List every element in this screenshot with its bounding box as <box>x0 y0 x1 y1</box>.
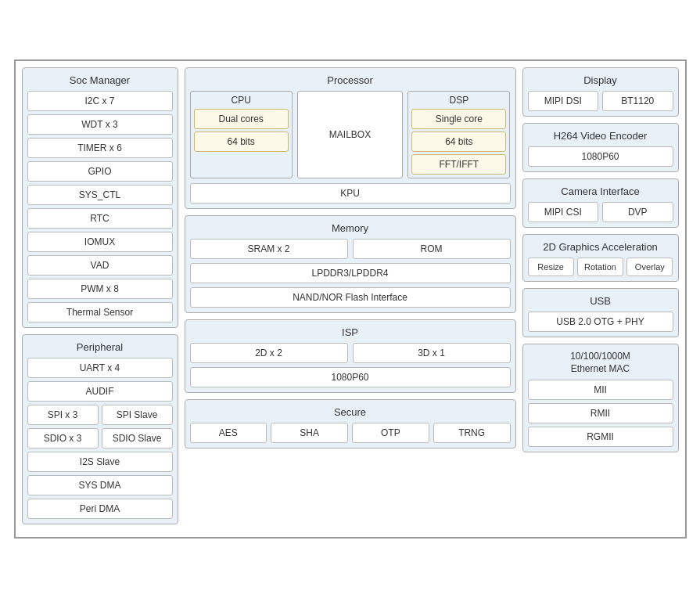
usb-otg: USB 2.0 OTG + PHY <box>528 312 673 332</box>
graphics-items: Resize Rotation Overlay <box>528 258 673 276</box>
h264-1080p60: 1080P60 <box>528 146 673 167</box>
graphics-resize: Resize <box>528 258 574 276</box>
secure-inner: AES SHA OTP TRNG <box>190 423 511 443</box>
soc-rtc: RTC <box>27 208 173 229</box>
peri-uart: UART x 4 <box>27 358 173 378</box>
memory-inner: SRAM x 2 ROM LPDDR3/LPDDR4 NAND/NOR Flas… <box>190 239 511 308</box>
cpu-items: Dual cores 64 bits <box>194 109 289 152</box>
display-title: Display <box>528 74 673 86</box>
usb-title: USB <box>528 295 673 307</box>
ethernet-block: 10/100/1000M Ethernet MAC MII RMII RGMII <box>522 344 679 452</box>
peri-spi-slave: SPI Slave <box>102 405 173 425</box>
memory-block: Memory SRAM x 2 ROM LPDDR3/LPDDR4 NAND/N… <box>185 215 516 313</box>
memory-sram: SRAM x 2 <box>190 239 348 259</box>
peri-i2s: I2S Slave <box>27 452 173 472</box>
graphics-overlay: Overlay <box>626 258 673 276</box>
camera-block: Camera Interface MIPI CSI DVP <box>522 178 679 228</box>
processor-top: CPU Dual cores 64 bits MAILBOX DSP Singl… <box>190 91 511 178</box>
processor-inner: CPU Dual cores 64 bits MAILBOX DSP Singl… <box>190 91 511 204</box>
ethernet-rmii: RMII <box>528 403 673 423</box>
peri-sdio: SDIO x 3 <box>27 428 99 448</box>
camera-items: MIPI CSI DVP <box>528 202 673 222</box>
isp-inner: 2D x 2 3D x 1 1080P60 <box>190 343 511 387</box>
cpu-64bits: 64 bits <box>194 131 289 152</box>
cpu-label: CPU <box>194 95 289 106</box>
cpu-box: CPU Dual cores 64 bits <box>190 91 293 178</box>
soc-wdt: WDT x 3 <box>27 114 173 135</box>
graphics-block: 2D Graphics Acceleration Resize Rotation… <box>522 234 679 282</box>
memory-lpddr: LPDDR3/LPDDR4 <box>190 263 511 283</box>
secure-block: Secure AES SHA OTP TRNG <box>185 399 516 448</box>
secure-trng: TRNG <box>433 423 511 443</box>
soc-vad: VAD <box>27 255 173 276</box>
ethernet-rgmii: RGMII <box>528 427 673 447</box>
soc-manager-items: I2C x 7 WDT x 3 TIMER x 6 GPIO SYS_CTL R… <box>27 91 173 322</box>
dsp-64bits: 64 bits <box>411 131 506 152</box>
dsp-label: DSP <box>411 95 506 106</box>
peripheral-items: UART x 4 AUDIF SPI x 3 SPI Slave SDIO x … <box>27 358 173 519</box>
peripheral-title: Peripheral <box>27 341 173 353</box>
camera-dvp: DVP <box>602 202 673 222</box>
mid-column: Processor CPU Dual cores 64 bits MAILBOX… <box>185 67 516 524</box>
peripheral-block: Peripheral UART x 4 AUDIF SPI x 3 SPI Sl… <box>22 334 178 524</box>
graphics-title: 2D Graphics Acceleration <box>528 241 673 253</box>
soc-gpio: GPIO <box>27 161 173 182</box>
display-bt1120: BT1120 <box>602 91 673 111</box>
camera-mipi-csi: MIPI CSI <box>528 202 599 222</box>
h264-block: H264 Video Encoder 1080P60 <box>522 123 679 172</box>
peri-sysdma: SYS DMA <box>27 475 173 495</box>
mailbox-box: MAILBOX <box>297 91 403 178</box>
display-block: Display MIPI DSI BT1120 <box>522 67 679 117</box>
soc-thermal: Thermal Sensor <box>27 302 173 322</box>
display-mipi-dsi: MIPI DSI <box>528 91 599 111</box>
peri-sdio-slave: SDIO Slave <box>102 428 173 448</box>
soc-manager-block: Soc Manager I2C x 7 WDT x 3 TIMER x 6 GP… <box>22 67 178 328</box>
dsp-singlecore: Single core <box>411 109 506 129</box>
secure-title: Secure <box>190 406 511 418</box>
soc-pwm: PWM x 8 <box>27 279 173 299</box>
isp-title: ISP <box>190 326 511 338</box>
peri-peridma: Peri DMA <box>27 499 173 519</box>
left-column: Soc Manager I2C x 7 WDT x 3 TIMER x 6 GP… <box>22 67 178 524</box>
ethernet-title: 10/100/1000M Ethernet MAC <box>528 351 673 375</box>
soc-sysctl: SYS_CTL <box>27 185 173 205</box>
secure-aes: AES <box>190 423 267 443</box>
soc-timer: TIMER x 6 <box>27 138 173 158</box>
dsp-items: Single core 64 bits FFT/IFFT <box>411 109 506 175</box>
kpu-box: KPU <box>190 183 511 204</box>
peri-sdio-row: SDIO x 3 SDIO Slave <box>27 428 173 448</box>
soc-i2c: I2C x 7 <box>27 91 173 111</box>
ethernet-mii: MII <box>528 380 673 400</box>
soc-manager-title: Soc Manager <box>27 74 173 86</box>
peri-audif: AUDIF <box>27 381 173 402</box>
usb-block: USB USB 2.0 OTG + PHY <box>522 288 679 337</box>
cpu-dualcores: Dual cores <box>194 109 289 129</box>
isp-block: ISP 2D x 2 3D x 1 1080P60 <box>185 319 516 393</box>
right-column: Display MIPI DSI BT1120 H264 Video Encod… <box>522 67 679 524</box>
memory-top-row: SRAM x 2 ROM <box>190 239 511 259</box>
memory-title: Memory <box>190 222 511 234</box>
dsp-fft: FFT/IFFT <box>411 154 506 175</box>
isp-2d: 2D x 2 <box>190 343 348 363</box>
peri-spi-row: SPI x 3 SPI Slave <box>27 405 173 425</box>
ethernet-items: MII RMII RGMII <box>528 380 673 447</box>
soc-iomux: IOMUX <box>27 232 173 252</box>
main-diagram: Soc Manager I2C x 7 WDT x 3 TIMER x 6 GP… <box>14 59 687 539</box>
isp-top-row: 2D x 2 3D x 1 <box>190 343 511 363</box>
memory-rom: ROM <box>353 239 511 259</box>
isp-1080p60: 1080P60 <box>190 367 511 387</box>
display-items: MIPI DSI BT1120 <box>528 91 673 111</box>
h264-title: H264 Video Encoder <box>528 130 673 142</box>
secure-otp: OTP <box>352 423 429 443</box>
processor-block: Processor CPU Dual cores 64 bits MAILBOX… <box>185 67 516 209</box>
secure-sha: SHA <box>271 423 348 443</box>
processor-title: Processor <box>190 74 511 86</box>
peri-spi: SPI x 3 <box>27 405 99 425</box>
isp-3d: 3D x 1 <box>353 343 511 363</box>
memory-nand: NAND/NOR Flash Interface <box>190 287 511 308</box>
graphics-rotation: Rotation <box>577 258 623 276</box>
dsp-box: DSP Single core 64 bits FFT/IFFT <box>407 91 510 178</box>
camera-title: Camera Interface <box>528 186 673 197</box>
